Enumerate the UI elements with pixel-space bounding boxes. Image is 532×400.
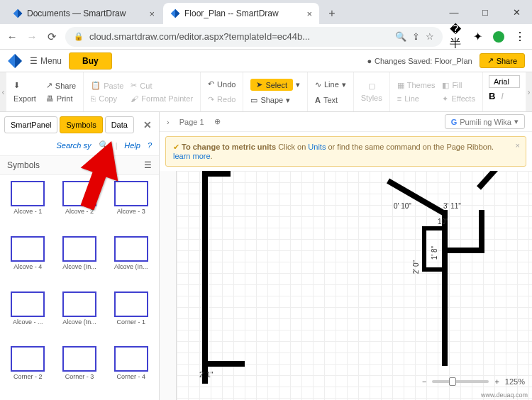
styles-icon: ▢ (368, 82, 375, 91)
extensions-area: �半 ✦ ⋮ (450, 30, 526, 43)
buy-button[interactable]: Buy (69, 52, 112, 70)
close-icon[interactable]: × (306, 9, 312, 19)
tab-smartpanel[interactable]: SmartPanel (4, 116, 57, 133)
symbol-item[interactable]: Alcove - ... (3, 289, 53, 343)
line-tool[interactable]: ∿Line▾ (315, 80, 346, 89)
chevron-down-icon[interactable]: ▾ (286, 96, 290, 105)
maximize-button[interactable]: □ (470, 0, 501, 24)
format-painter-button[interactable]: 🖌Format Painter (131, 94, 193, 103)
redo-button[interactable]: ↷Redo (208, 95, 235, 104)
dimension-label: 10" (438, 218, 448, 226)
share-url-icon[interactable]: ⇪ (412, 31, 420, 42)
browser-tab-2[interactable]: Floor_Plan -- SmartDraw × (163, 3, 319, 24)
symbol-item[interactable]: Corner - 4 (106, 343, 156, 397)
shape-tool[interactable]: ▭Shape▾ (250, 96, 300, 105)
expand-icon[interactable]: › (167, 118, 170, 126)
banner-close-button[interactable]: × (516, 141, 520, 150)
styles-button[interactable]: ▢Styles (361, 82, 382, 102)
tab-title: Documents — SmartDraw (27, 9, 126, 18)
tab-symbols[interactable]: Symbols (60, 116, 102, 133)
dimension-label: 2' 0" (412, 260, 420, 274)
share-button[interactable]: ↗ Share (480, 53, 525, 68)
undo-button[interactable]: ↶Undo (208, 79, 235, 89)
effects-button[interactable]: ✦Effects (442, 94, 475, 104)
redo-icon: ↷ (208, 95, 214, 104)
hamburger-icon: ☰ (30, 56, 38, 66)
zoom-in-button[interactable]: + (494, 377, 499, 386)
themes-button[interactable]: ▦Themes (397, 81, 436, 90)
minimize-button[interactable]: — (438, 0, 470, 24)
info-banner: ✔ To change to metric units Click on Uni… (165, 136, 526, 167)
reload-button[interactable]: ⟳ (45, 30, 58, 43)
fill-button[interactable]: ◧Fill (442, 81, 475, 90)
browser-tab-1[interactable]: Documents — SmartDraw × (6, 3, 162, 24)
select-tool[interactable]: ➤Select▾ (250, 79, 300, 91)
learn-more-link[interactable]: learn more (173, 152, 211, 160)
chevron-down-icon[interactable]: ▾ (296, 80, 300, 89)
url-input[interactable]: 🔒 cloud.smartdraw.com/editor.aspx?templa… (65, 27, 443, 47)
symbol-item[interactable]: Alcove - 4 (3, 233, 53, 287)
dimension-label: 1' 8" (431, 246, 438, 260)
share-ribbon-button[interactable]: ↗Share (46, 81, 76, 90)
chrome-menu-button[interactable]: ⋮ (514, 30, 526, 43)
language-button[interactable]: G Pumili ng Wika ▾ (445, 114, 525, 129)
smartdraw-logo-icon[interactable] (7, 53, 23, 69)
ribbon-scroll-left[interactable]: ‹ (0, 72, 6, 111)
ribbon-group-clipboard: 📋Paste ⎘Copy ✂Cut 🖌Format Painter (84, 72, 201, 111)
units-link[interactable]: Units (308, 143, 326, 151)
copy-button[interactable]: ⎘Copy (91, 94, 123, 103)
help-icon[interactable]: ? (148, 141, 152, 150)
symbol-item[interactable]: Corner - 3 (55, 343, 105, 397)
symbol-item[interactable]: Alcove (In... (106, 233, 156, 287)
new-tab-button[interactable]: + (323, 5, 340, 22)
svg-marker-3 (175, 9, 179, 18)
url-text: cloud.smartdraw.com/editor.aspx?template… (89, 31, 310, 42)
italic-button[interactable]: I (501, 91, 504, 101)
copy-icon: ⎘ (91, 94, 96, 103)
symbol-item[interactable]: Corner - 2 (3, 343, 53, 397)
paste-button[interactable]: 📋Paste (91, 81, 123, 90)
export-button[interactable]: ⬇ (13, 81, 36, 90)
print-button[interactable]: 🖶Print (46, 94, 76, 103)
canvas-area: › Page 1 ⊕ G Pumili ng Wika ▾ ✔ To chang… (160, 112, 532, 400)
text-tool[interactable]: AText (315, 96, 346, 104)
panel-close-button[interactable]: ✕ (140, 119, 155, 130)
check-icon: ✔ (173, 143, 179, 151)
symbol-item[interactable]: Corner - 1 (106, 289, 156, 343)
cursor-icon: ➤ (256, 80, 262, 89)
page-label[interactable]: Page 1 (179, 118, 204, 126)
extensions-puzzle-icon[interactable]: ✦ (471, 30, 484, 43)
dimension-label: 2' 1" (199, 371, 213, 379)
extension-icon-2[interactable] (492, 30, 505, 43)
zoom-slider[interactable] (432, 380, 489, 383)
cut-button[interactable]: ✂Cut (131, 81, 193, 90)
symbol-item[interactable]: Alcove - 1 (3, 178, 53, 232)
back-button[interactable]: ← (6, 30, 18, 43)
lock-icon: 🔒 (74, 32, 84, 41)
symbol-item[interactable]: Alcove (In... (55, 233, 105, 287)
zoom-out-button[interactable]: − (422, 377, 426, 386)
effects-icon: ✦ (442, 94, 448, 104)
ribbon: ‹ ⬇ Export ↗Share 🖶Print 📋Paste ⎘Copy ✂C… (0, 72, 532, 112)
fill-icon: ◧ (442, 81, 449, 90)
font-select[interactable]: Arial (489, 75, 520, 88)
symbol-item[interactable]: Alcove (In... (55, 289, 105, 343)
extension-icon-1[interactable]: �半 (450, 30, 462, 43)
list-view-icon[interactable]: ☰ (144, 160, 152, 170)
close-icon[interactable]: × (149, 9, 155, 19)
search-url-icon[interactable]: 🔍 (395, 31, 406, 42)
smartdraw-favicon-icon (170, 9, 180, 18)
close-window-button[interactable]: ✕ (501, 0, 532, 24)
star-icon[interactable]: ☆ (426, 31, 434, 42)
tab-title: Floor_Plan -- SmartDraw (184, 9, 279, 18)
ribbon-scroll-right[interactable]: › (526, 72, 532, 111)
add-page-button[interactable]: ⊕ (214, 117, 221, 126)
drawing-canvas[interactable]: 0' 10" 3' 11" 10" 2' 0" 1' 8" 2' 1" − + … (160, 171, 532, 400)
line-style-button[interactable]: ≡Line (397, 94, 436, 103)
bold-button[interactable]: B (489, 91, 495, 101)
zoom-value: 125% (505, 377, 525, 386)
tab-data[interactable]: Data (105, 116, 134, 133)
forward-button[interactable]: → (26, 30, 38, 43)
menu-button[interactable]: ☰ Menu (30, 56, 62, 66)
chevron-down-icon[interactable]: ▾ (342, 80, 346, 89)
